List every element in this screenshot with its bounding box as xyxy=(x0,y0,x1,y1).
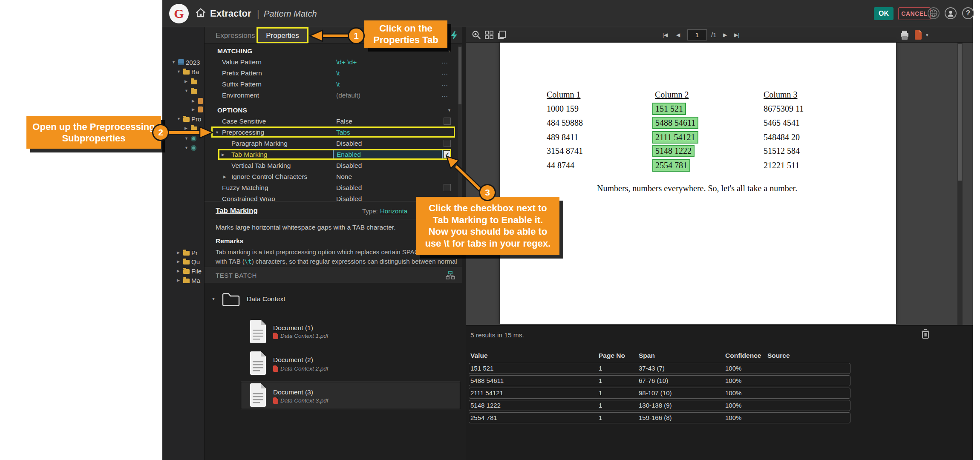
match-highlight[interactable]: 2554 781 xyxy=(652,159,690,172)
cancel-button[interactable]: CANCEL xyxy=(898,7,931,20)
diagnostics-icon[interactable] xyxy=(450,31,458,41)
next-page-button[interactable]: ▶ xyxy=(723,27,727,43)
chevron-down-icon[interactable]: ▼ xyxy=(447,108,451,112)
document-icon[interactable] xyxy=(249,351,267,377)
user-icon[interactable] xyxy=(945,7,957,19)
paragraph-marking-checkbox[interactable] xyxy=(444,140,451,147)
document-name[interactable]: Document (2) xyxy=(273,356,313,364)
ellipsis-button[interactable]: … xyxy=(441,91,449,98)
document-name[interactable]: Document (3) xyxy=(273,388,313,396)
row-environment[interactable]: Environment(default)… xyxy=(205,90,462,101)
row-value-pattern[interactable]: Value Pattern\d+ \d+… xyxy=(205,57,462,68)
zoom-icon[interactable] xyxy=(472,30,481,41)
chevron-right-icon[interactable]: ▶ xyxy=(177,259,182,264)
chevron-down-icon[interactable]: ▼ xyxy=(184,146,189,150)
chevron-right-icon[interactable]: ▶ xyxy=(222,152,225,157)
row-ignore-control-characters[interactable]: ▶Ignore Control CharactersNone xyxy=(205,171,462,182)
export-dropdown-icon[interactable]: ▾ xyxy=(926,27,928,43)
case-sensitive-checkbox[interactable] xyxy=(444,118,451,125)
match-highlight[interactable]: 5488 54611 xyxy=(652,117,698,129)
section-options[interactable]: OPTIONS▼ xyxy=(205,105,462,116)
row-suffix-pattern[interactable]: Suffix Pattern\t… xyxy=(205,79,462,90)
batch-root-label[interactable]: Data Context xyxy=(247,295,285,303)
globe-icon[interactable] xyxy=(928,7,940,19)
column-header-source: Source xyxy=(767,352,790,359)
chevron-down-icon[interactable]: ▼ xyxy=(177,117,182,121)
ellipsis-button[interactable]: … xyxy=(441,58,449,65)
pages-icon[interactable] xyxy=(497,30,507,41)
document-canvas: Column 1 Column 2 Column 3 1000 159 484 … xyxy=(466,43,973,325)
match-highlight[interactable]: 151 521 xyxy=(652,103,686,115)
sitemap-icon[interactable] xyxy=(446,271,455,281)
result-page: 1 xyxy=(599,388,602,399)
match-highlight[interactable]: 5148 1222 xyxy=(652,145,695,157)
chevron-right-icon[interactable]: ▶ xyxy=(177,278,182,282)
tree-item[interactable]: ▼Ba xyxy=(177,67,199,76)
result-page: 1 xyxy=(599,400,602,411)
viewer-scrollbar[interactable] xyxy=(957,43,963,325)
chevron-down-icon[interactable]: ▼ xyxy=(184,89,189,93)
type-link[interactable]: Horizonta xyxy=(380,207,407,215)
folder-icon xyxy=(183,117,190,122)
thumbnails-grid-icon[interactable] xyxy=(484,30,494,41)
document-icon[interactable] xyxy=(249,383,267,409)
document-page[interactable]: Column 1 Column 2 Column 3 1000 159 484 … xyxy=(500,43,896,324)
chevron-right-icon[interactable]: ▶ xyxy=(192,107,196,112)
tree-item[interactable]: ▶Pr xyxy=(177,248,198,257)
document-icon[interactable] xyxy=(249,319,267,345)
chevron-down-icon[interactable]: ▼ xyxy=(172,60,176,64)
callout-properties-tab: Click on the Properties Tab xyxy=(364,20,447,48)
callout-tab-marking-checkbox: Click the checkbox next to Tab Marking t… xyxy=(416,197,559,255)
tree-item[interactable]: ▶Qu xyxy=(177,257,200,266)
ok-button[interactable]: OK xyxy=(874,7,894,20)
previous-page-button[interactable]: ◀ xyxy=(676,27,680,43)
tab-marking-value-editor[interactable]: Enabled xyxy=(333,150,443,160)
page-number-input[interactable]: 1 xyxy=(687,29,707,40)
trash-icon[interactable] xyxy=(921,329,930,341)
chevron-right-icon[interactable]: ▶ xyxy=(192,99,196,103)
print-icon[interactable] xyxy=(899,30,910,42)
tree-item[interactable]: ▶Ma xyxy=(177,276,200,285)
chevron-right-icon[interactable]: ▶ xyxy=(177,269,182,273)
tree-item[interactable]: ▶File xyxy=(177,267,202,275)
help-icon[interactable]: ? xyxy=(962,7,974,19)
ellipsis-button[interactable]: … xyxy=(441,69,449,76)
column-header-pageno: Page No xyxy=(599,352,625,359)
row-fuzzy-matching[interactable]: Fuzzy MatchingDisabled xyxy=(205,182,462,193)
tree-item[interactable]: ▼ xyxy=(184,86,197,95)
export-pdf-icon[interactable] xyxy=(914,30,922,42)
row-preprocessing[interactable]: ▼PreprocessingTabs xyxy=(205,127,462,138)
home-icon[interactable] xyxy=(195,7,207,21)
result-value: 2111 54121 xyxy=(470,388,503,399)
page-text: 548484 20 xyxy=(764,132,800,142)
chevron-down-icon[interactable]: ▼ xyxy=(215,130,219,135)
row-tab-marking[interactable]: ▶Tab MarkingEnabled✓ xyxy=(205,149,462,160)
folder-icon xyxy=(183,279,190,283)
ellipsis-button[interactable]: … xyxy=(441,80,449,87)
tree-item[interactable]: ▼ xyxy=(184,144,196,152)
chevron-down-icon[interactable]: ▼ xyxy=(447,49,451,53)
tab-expressions[interactable]: Expressions xyxy=(216,27,255,44)
tree-item[interactable]: ▶ xyxy=(192,105,203,114)
match-highlight[interactable]: 2111 54121 xyxy=(652,131,698,144)
tree-item[interactable]: ▶ xyxy=(184,77,197,86)
first-page-button[interactable]: |◀ xyxy=(663,27,668,43)
row-vertical-tab-marking[interactable]: Vertical Tab MarkingDisabled xyxy=(205,160,462,171)
result-value: 5488 54611 xyxy=(470,375,504,386)
chevron-right-icon[interactable]: ▶ xyxy=(223,175,226,179)
tree-item[interactable]: ▼2023 xyxy=(172,58,200,66)
document-name[interactable]: Document (1) xyxy=(273,324,313,332)
chevron-right-icon[interactable]: ▶ xyxy=(177,250,182,255)
row-prefix-pattern[interactable]: Prefix Pattern\t… xyxy=(205,68,462,79)
tab-properties[interactable]: Properties xyxy=(257,27,308,44)
chevron-down-icon[interactable]: ▼ xyxy=(211,296,216,301)
tree-item[interactable]: ▼Pro xyxy=(177,115,201,123)
page-text: 51512 584 xyxy=(764,146,800,156)
row-case-sensitive[interactable]: Case SensitiveFalse xyxy=(205,116,462,127)
chevron-right-icon[interactable]: ▶ xyxy=(184,79,189,83)
tree-item[interactable]: ▶ xyxy=(192,97,203,105)
result-confidence: 100% xyxy=(725,375,741,386)
row-paragraph-marking[interactable]: Paragraph MarkingDisabled xyxy=(205,138,462,149)
chevron-down-icon[interactable]: ▼ xyxy=(177,69,182,74)
last-page-button[interactable]: ▶| xyxy=(734,27,739,43)
